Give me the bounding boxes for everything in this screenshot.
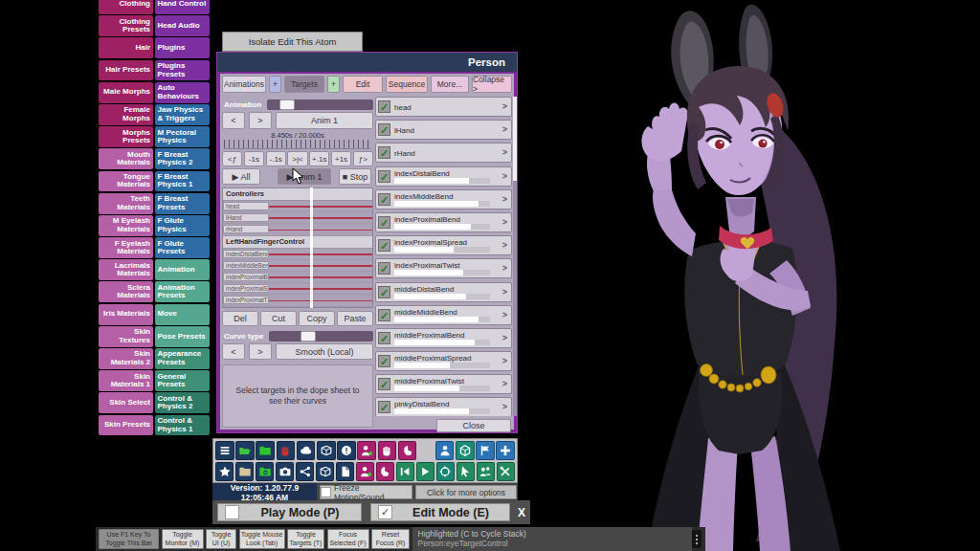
star-icon[interactable] [215, 462, 234, 481]
skip-start-icon[interactable] [396, 462, 414, 481]
dope-track[interactable] [269, 201, 372, 211]
tab--[interactable]: + [327, 76, 340, 93]
sidebar-tab-skin-textures[interactable]: Skin Textures [99, 326, 153, 347]
target-expand-arrow[interactable]: > [502, 287, 507, 297]
curve-value-button[interactable]: Smooth (Local) [276, 343, 373, 360]
target-weight-slider[interactable] [394, 408, 490, 414]
target-item-rHand[interactable]: ✓rHand> [375, 143, 512, 163]
pointer-hand-icon[interactable] [398, 441, 417, 460]
timeline-step-button[interactable]: +.1s [309, 151, 329, 166]
more-options-button[interactable]: Click for more options [415, 485, 517, 499]
timeline-step-button[interactable]: -1s [244, 151, 264, 166]
target-expand-arrow[interactable]: > [502, 194, 507, 204]
target-weight-slider[interactable] [394, 294, 490, 299]
target-expand-arrow[interactable]: > [502, 356, 507, 365]
close-button[interactable]: Close [436, 419, 511, 432]
target-checkbox[interactable]: ✓ [378, 309, 390, 321]
tab--[interactable]: + [269, 76, 281, 93]
close-x-button[interactable]: X [515, 504, 528, 520]
sidebar-tab-move[interactable]: Move [155, 304, 210, 325]
sidebar-tab-teeth-materials[interactable]: Teeth Materials [99, 193, 153, 214]
curve-prev-button[interactable]: < [222, 343, 245, 360]
flag-icon[interactable] [476, 441, 495, 460]
play-icon[interactable] [416, 462, 434, 481]
sidebar-tab-general-presets[interactable]: General Presets [155, 370, 210, 391]
cut-button[interactable]: Cut [260, 311, 297, 326]
dope-row[interactable]: rHand [223, 224, 372, 235]
playhead-line[interactable] [310, 187, 313, 308]
target-item-head[interactable]: ✓head> [375, 97, 512, 117]
target-item-middleMiddleBend[interactable]: ✓middleMiddleBend> [375, 305, 512, 325]
target-checkbox[interactable]: ✓ [378, 193, 390, 206]
dope-track[interactable] [269, 212, 372, 223]
dope-row[interactable]: middleDistalBen [223, 307, 372, 309]
target-expand-arrow[interactable]: > [502, 217, 507, 227]
isolate-edit-atom-button[interactable]: Isolate Edit This Atom [222, 32, 363, 52]
target-checkbox[interactable]: ✓ [378, 239, 390, 252]
dope-row[interactable]: lHand [223, 212, 372, 224]
target-item-middleProximalBend[interactable]: ✓middleProximalBend> [375, 328, 512, 348]
dope-track[interactable] [269, 224, 372, 234]
target-checkbox[interactable]: ✓ [378, 332, 390, 344]
edit-mode-checkbox[interactable]: ✓ [378, 505, 392, 519]
sidebar-tab-auto-behaviours[interactable]: Auto Behaviours [155, 82, 210, 103]
sidebar-tab-hand-control[interactable]: Hand Control [155, 0, 210, 14]
dope-row[interactable]: indexDistalBend [223, 249, 372, 260]
dope-row[interactable]: head [223, 201, 372, 212]
target-weight-slider[interactable] [394, 224, 490, 230]
curve-next-button[interactable]: > [249, 343, 272, 360]
target-expand-arrow[interactable]: > [502, 240, 507, 250]
dope-row[interactable]: indexProximalB [223, 272, 372, 283]
sidebar-tab-clothing[interactable]: Clothing [99, 0, 153, 14]
stop-button[interactable]: ■ Stop [339, 168, 371, 185]
tab-collapse-[interactable]: Collapse > [472, 76, 512, 93]
hotkey-targets-t-[interactable]: ToggleTargets (T) [287, 529, 324, 549]
sidebar-tab-female-morphs[interactable]: Female Morphs [99, 104, 153, 125]
tools-icon[interactable] [497, 462, 515, 481]
sidebar-tab-control-physics-2[interactable]: Control & Physics 2 [155, 392, 210, 413]
play-mode-checkbox[interactable] [225, 505, 239, 519]
sidebar-tab-tongue-materials[interactable]: Tongue Materials [99, 171, 153, 192]
sidebar-tab-f-glute-physics[interactable]: F Glute Physics [155, 215, 210, 236]
hotkey-look-tab-[interactable]: Toggle MouseLook (Tab) [239, 529, 285, 549]
paste-button[interactable]: Paste [337, 311, 373, 326]
sidebar-tab-skin-materials-1[interactable]: Skin Materials 1 [99, 370, 153, 391]
plus-icon[interactable] [496, 441, 515, 460]
sidebar-tab-male-morphs[interactable]: Male Morphs [99, 82, 153, 103]
hotkey-focus-r-[interactable]: ResetFocus (R) [371, 529, 410, 549]
sidebar-tab-f-breast-physics-2[interactable]: F Breast Physics 2 [155, 148, 210, 169]
target-weight-slider[interactable] [394, 386, 490, 391]
timeline-step-button[interactable]: ƒ> [353, 151, 373, 166]
target-item-middleProximalSpread[interactable]: ✓middleProximalSpread> [375, 351, 512, 371]
target-item-indexDistalBend[interactable]: ✓indexDistalBend> [375, 166, 512, 187]
timeline-step-button[interactable]: >|< [287, 151, 307, 166]
dope-track[interactable] [269, 260, 372, 271]
target-checkbox[interactable]: ✓ [378, 401, 390, 413]
more-options-icon[interactable] [692, 530, 702, 548]
target-checkbox[interactable]: ✓ [378, 262, 390, 275]
sidebar-tab-head-audio[interactable]: Head Audio [155, 15, 210, 36]
target-item-middleProximalTwist[interactable]: ✓middleProximalTwist> [375, 374, 512, 394]
target-expand-arrow[interactable]: > [502, 124, 507, 134]
sidebar-tab-m-pectoral-physics[interactable]: M Pectoral Physics [155, 126, 210, 147]
anim-prev-button[interactable]: < [222, 112, 245, 129]
dope-row[interactable]: indexProximalS [223, 283, 372, 295]
target-checkbox[interactable]: ✓ [378, 123, 390, 136]
hotkey-monitor-m-[interactable]: ToggleMonitor (M) [162, 529, 204, 549]
folder-icon[interactable] [235, 462, 254, 481]
sidebar-tab-jaw-physics-triggers[interactable]: Jaw Physics & Triggers [155, 104, 210, 125]
dope-track[interactable] [269, 272, 372, 282]
dope-sheet[interactable]: ControllersheadlHandrHandLeftHandFingerC… [222, 187, 373, 308]
dope-track[interactable] [269, 249, 372, 259]
hotkey-selected-f-[interactable]: FocusSelected (F) [327, 529, 369, 549]
dope-track[interactable] [269, 307, 372, 309]
anim-name-button[interactable]: Anim 1 [276, 112, 373, 129]
target-item-pinkyDistalBend[interactable]: ✓pinkyDistalBend> [375, 397, 512, 416]
hand-icon[interactable] [277, 441, 296, 460]
freeze-motion-button[interactable]: Freeze Motion/Sound [320, 485, 412, 499]
folder-icon[interactable] [256, 441, 275, 460]
sidebar-tab-mouth-materials[interactable]: Mouth Materials [99, 148, 153, 169]
person-gear-icon[interactable] [356, 462, 374, 481]
package-icon[interactable] [316, 462, 334, 481]
cursor-icon[interactable] [457, 462, 475, 481]
